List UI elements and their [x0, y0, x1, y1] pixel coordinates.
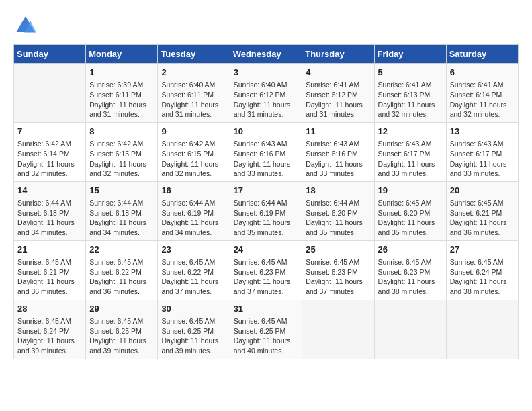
- cell-info: Sunrise: 6:45 AMSunset: 6:22 PMDaylight:…: [89, 257, 154, 297]
- day-number: 24: [234, 244, 299, 256]
- calendar-header-row: SundayMondayTuesdayWednesdayThursdayFrid…: [14, 45, 519, 64]
- day-number: 28: [17, 303, 82, 315]
- calendar-cell: 21Sunrise: 6:45 AMSunset: 6:21 PMDayligh…: [14, 240, 86, 300]
- cell-info: Sunrise: 6:43 AMSunset: 6:17 PMDaylight:…: [450, 139, 515, 179]
- day-number: 22: [89, 244, 154, 256]
- calendar-cell: 31Sunrise: 6:45 AMSunset: 6:25 PMDayligh…: [230, 300, 302, 359]
- cell-info: Sunrise: 6:45 AMSunset: 6:22 PMDaylight:…: [161, 257, 226, 297]
- calendar-cell: [374, 300, 446, 359]
- calendar-cell: 30Sunrise: 6:45 AMSunset: 6:25 PMDayligh…: [158, 300, 230, 359]
- cell-info: Sunrise: 6:43 AMSunset: 6:16 PMDaylight:…: [234, 139, 299, 179]
- cell-info: Sunrise: 6:45 AMSunset: 6:24 PMDaylight:…: [450, 257, 515, 297]
- cell-info: Sunrise: 6:41 AMSunset: 6:12 PMDaylight:…: [306, 80, 370, 120]
- column-header-wednesday: Wednesday: [230, 45, 302, 64]
- cell-info: Sunrise: 6:45 AMSunset: 6:20 PMDaylight:…: [378, 198, 443, 238]
- cell-info: Sunrise: 6:40 AMSunset: 6:11 PMDaylight:…: [161, 80, 226, 120]
- day-number: 9: [161, 126, 226, 138]
- calendar-cell: 19Sunrise: 6:45 AMSunset: 6:20 PMDayligh…: [374, 181, 446, 240]
- day-number: 26: [378, 244, 443, 256]
- calendar-cell: 27Sunrise: 6:45 AMSunset: 6:24 PMDayligh…: [446, 240, 518, 300]
- calendar-cell: 6Sunrise: 6:41 AMSunset: 6:14 PMDaylight…: [446, 64, 518, 123]
- calendar-week-row: 21Sunrise: 6:45 AMSunset: 6:21 PMDayligh…: [14, 240, 519, 300]
- day-number: 29: [89, 303, 154, 315]
- cell-info: Sunrise: 6:45 AMSunset: 6:23 PMDaylight:…: [234, 257, 299, 297]
- calendar-cell: 15Sunrise: 6:44 AMSunset: 6:18 PMDayligh…: [86, 181, 158, 240]
- calendar-cell: 13Sunrise: 6:43 AMSunset: 6:17 PMDayligh…: [446, 122, 518, 181]
- column-header-tuesday: Tuesday: [158, 45, 230, 64]
- day-number: 8: [89, 126, 154, 138]
- calendar-cell: 11Sunrise: 6:43 AMSunset: 6:16 PMDayligh…: [302, 122, 374, 181]
- column-header-friday: Friday: [374, 45, 446, 64]
- calendar-week-row: 14Sunrise: 6:44 AMSunset: 6:18 PMDayligh…: [14, 181, 519, 240]
- day-number: 3: [234, 66, 299, 79]
- column-header-thursday: Thursday: [302, 45, 374, 64]
- cell-info: Sunrise: 6:44 AMSunset: 6:20 PMDaylight:…: [306, 198, 370, 238]
- calendar-cell: 17Sunrise: 6:44 AMSunset: 6:19 PMDayligh…: [230, 181, 302, 240]
- cell-info: Sunrise: 6:42 AMSunset: 6:15 PMDaylight:…: [161, 139, 226, 179]
- calendar-cell: 14Sunrise: 6:44 AMSunset: 6:18 PMDayligh…: [14, 181, 86, 240]
- cell-info: Sunrise: 6:45 AMSunset: 6:23 PMDaylight:…: [306, 257, 370, 297]
- cell-info: Sunrise: 6:45 AMSunset: 6:25 PMDaylight:…: [89, 316, 154, 356]
- cell-info: Sunrise: 6:44 AMSunset: 6:18 PMDaylight:…: [17, 198, 82, 238]
- calendar-cell: 24Sunrise: 6:45 AMSunset: 6:23 PMDayligh…: [230, 240, 302, 300]
- calendar-cell: 29Sunrise: 6:45 AMSunset: 6:25 PMDayligh…: [86, 300, 158, 359]
- cell-info: Sunrise: 6:39 AMSunset: 6:11 PMDaylight:…: [89, 80, 154, 120]
- calendar-cell: 18Sunrise: 6:44 AMSunset: 6:20 PMDayligh…: [302, 181, 374, 240]
- calendar-cell: 3Sunrise: 6:40 AMSunset: 6:12 PMDaylight…: [230, 64, 302, 123]
- calendar-cell: 22Sunrise: 6:45 AMSunset: 6:22 PMDayligh…: [86, 240, 158, 300]
- day-number: 19: [378, 185, 443, 197]
- day-number: 10: [234, 126, 299, 138]
- calendar-cell: 16Sunrise: 6:44 AMSunset: 6:19 PMDayligh…: [158, 181, 230, 240]
- day-number: 5: [378, 66, 443, 79]
- cell-info: Sunrise: 6:42 AMSunset: 6:15 PMDaylight:…: [89, 139, 154, 179]
- day-number: 6: [450, 66, 515, 79]
- calendar-cell: [14, 64, 86, 123]
- calendar-cell: [446, 300, 518, 359]
- day-number: 2: [161, 66, 226, 79]
- page-header: [13, 13, 519, 38]
- calendar-cell: 28Sunrise: 6:45 AMSunset: 6:24 PMDayligh…: [14, 300, 86, 359]
- day-number: 1: [89, 66, 154, 79]
- calendar-week-row: 7Sunrise: 6:42 AMSunset: 6:14 PMDaylight…: [14, 122, 519, 181]
- calendar-week-row: 1Sunrise: 6:39 AMSunset: 6:11 PMDaylight…: [14, 64, 519, 123]
- cell-info: Sunrise: 6:44 AMSunset: 6:18 PMDaylight:…: [89, 198, 154, 238]
- calendar-cell: 7Sunrise: 6:42 AMSunset: 6:14 PMDaylight…: [14, 122, 86, 181]
- calendar-cell: 1Sunrise: 6:39 AMSunset: 6:11 PMDaylight…: [86, 64, 158, 123]
- cell-info: Sunrise: 6:44 AMSunset: 6:19 PMDaylight:…: [161, 198, 226, 238]
- cell-info: Sunrise: 6:40 AMSunset: 6:12 PMDaylight:…: [234, 80, 299, 120]
- cell-info: Sunrise: 6:42 AMSunset: 6:14 PMDaylight:…: [17, 139, 82, 179]
- day-number: 7: [17, 126, 82, 138]
- day-number: 15: [89, 185, 154, 197]
- cell-info: Sunrise: 6:44 AMSunset: 6:19 PMDaylight:…: [234, 198, 299, 238]
- cell-info: Sunrise: 6:41 AMSunset: 6:13 PMDaylight:…: [378, 80, 443, 120]
- calendar-table: SundayMondayTuesdayWednesdayThursdayFrid…: [13, 44, 519, 359]
- day-number: 16: [161, 185, 226, 197]
- day-number: 20: [450, 185, 515, 197]
- day-number: 17: [234, 185, 299, 197]
- day-number: 31: [234, 303, 299, 315]
- calendar-cell: [302, 300, 374, 359]
- day-number: 12: [378, 126, 443, 138]
- calendar-cell: 23Sunrise: 6:45 AMSunset: 6:22 PMDayligh…: [158, 240, 230, 300]
- column-header-sunday: Sunday: [14, 45, 86, 64]
- calendar-cell: 8Sunrise: 6:42 AMSunset: 6:15 PMDaylight…: [86, 122, 158, 181]
- day-number: 14: [17, 185, 82, 197]
- day-number: 23: [161, 244, 226, 256]
- cell-info: Sunrise: 6:45 AMSunset: 6:23 PMDaylight:…: [378, 257, 443, 297]
- cell-info: Sunrise: 6:45 AMSunset: 6:24 PMDaylight:…: [17, 316, 82, 356]
- day-number: 21: [17, 244, 82, 256]
- calendar-cell: 25Sunrise: 6:45 AMSunset: 6:23 PMDayligh…: [302, 240, 374, 300]
- calendar-cell: 20Sunrise: 6:45 AMSunset: 6:21 PMDayligh…: [446, 181, 518, 240]
- logo-icon: [13, 13, 38, 38]
- day-number: 30: [161, 303, 226, 315]
- calendar-cell: 2Sunrise: 6:40 AMSunset: 6:11 PMDaylight…: [158, 64, 230, 123]
- cell-info: Sunrise: 6:45 AMSunset: 6:21 PMDaylight:…: [17, 257, 82, 297]
- day-number: 18: [306, 185, 370, 197]
- column-header-saturday: Saturday: [446, 45, 518, 64]
- calendar-week-row: 28Sunrise: 6:45 AMSunset: 6:24 PMDayligh…: [14, 300, 519, 359]
- column-header-monday: Monday: [86, 45, 158, 64]
- day-number: 4: [306, 66, 370, 79]
- logo: [13, 13, 42, 38]
- cell-info: Sunrise: 6:45 AMSunset: 6:25 PMDaylight:…: [161, 316, 226, 356]
- day-number: 25: [306, 244, 370, 256]
